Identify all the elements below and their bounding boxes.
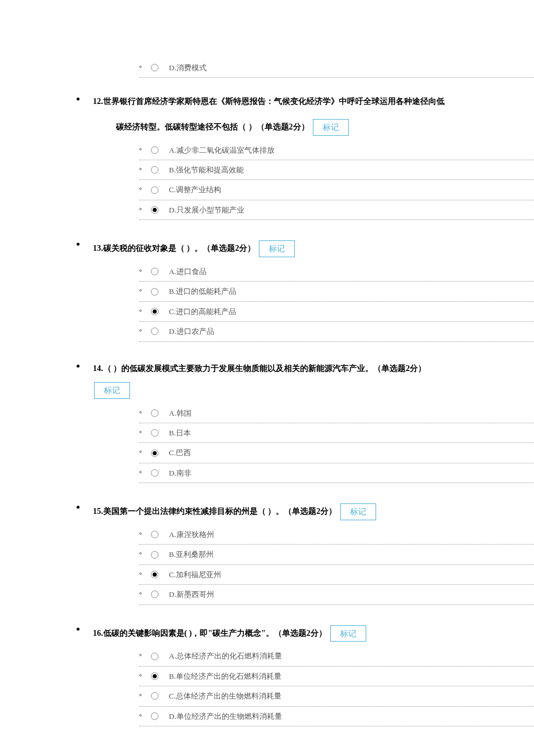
radio-icon[interactable] xyxy=(151,571,158,578)
option-item[interactable]: A.进口食品 xyxy=(139,262,534,282)
question-item: 14.（ ）的低碳发展模式主要致力于发展生物质能以及相关的新能源汽车产业。（单选… xyxy=(0,362,534,484)
question-text-line2: 碳经济转型。低碳转型途径不包括（ ）（单选题2分） xyxy=(116,121,309,134)
list-bullet-icon xyxy=(139,66,142,68)
radio-icon[interactable] xyxy=(151,146,158,154)
option-item[interactable]: D.只发展小型节能产业 xyxy=(139,200,534,220)
option-item[interactable]: A.总体经济产出的化石燃料消耗量 xyxy=(139,646,534,666)
options-list: A.进口食品B.进口的低能耗产品C.进口的高能耗产品D.进口农产品 xyxy=(139,262,534,342)
question-text-line1: 12.世界银行首席经济学家斯特恩在《斯特恩报告：气候变化经济学》中呼吁全球运用各… xyxy=(93,95,532,108)
mark-badge[interactable]: 标记 xyxy=(330,625,366,642)
option-item[interactable]: C.进口的高能耗产品 xyxy=(139,302,534,322)
bullet-icon xyxy=(77,506,80,509)
option-item[interactable]: C.总体经济产出的生物燃料消耗量 xyxy=(139,686,534,706)
question-list: 12.世界银行首席经济学家斯特恩在《斯特恩报告：气候变化经济学》中呼吁全球运用各… xyxy=(0,95,534,726)
option-item[interactable]: B.强化节能和提高效能 xyxy=(139,160,534,180)
list-bullet-icon xyxy=(139,552,142,555)
option-item[interactable]: D.单位经济产出的生物燃料消耗量 xyxy=(139,707,534,726)
bullet-icon xyxy=(77,365,80,368)
question-item: 12.世界银行首席经济学家斯特恩在《斯特恩报告：气候变化经济学》中呼吁全球运用各… xyxy=(0,95,534,220)
option-label: B.强化节能和提高效能 xyxy=(169,163,244,177)
option-label: B.日本 xyxy=(169,426,191,440)
option-label: A.韩国 xyxy=(169,406,192,420)
radio-icon[interactable] xyxy=(151,327,158,335)
mark-badge[interactable]: 标记 xyxy=(259,240,295,257)
question-item: 13.碳关税的征收对象是（ ）。（单选题2分）标记A.进口食品B.进口的低能耗产… xyxy=(0,240,534,341)
option-label: C.调整产业结构 xyxy=(169,183,221,196)
mark-badge[interactable]: 标记 xyxy=(313,119,349,136)
radio-icon[interactable] xyxy=(151,268,158,275)
radio-icon[interactable] xyxy=(151,288,158,296)
option-item[interactable]: D.新墨西哥州 xyxy=(139,585,534,604)
option-label: D.新墨西哥州 xyxy=(169,588,214,601)
option-label: D.只发展小型节能产业 xyxy=(169,203,244,217)
question-text: 13.碳关税的征收对象是（ ）。（单选题2分） xyxy=(93,242,255,255)
option-label: A.进口食品 xyxy=(169,265,207,278)
radio-icon[interactable] xyxy=(151,469,158,477)
list-bullet-icon xyxy=(139,289,142,291)
list-bullet-icon xyxy=(139,329,142,332)
radio-icon[interactable] xyxy=(151,672,158,680)
option-label: A.康涅狄格州 xyxy=(169,528,214,541)
radio-icon[interactable] xyxy=(151,591,158,598)
list-bullet-icon xyxy=(139,148,142,150)
option-label: B.单位经济产出的化石燃料消耗量 xyxy=(169,669,282,683)
option-label: C.巴西 xyxy=(169,446,191,459)
list-bullet-icon xyxy=(139,269,142,272)
option-item[interactable]: C.调整产业结构 xyxy=(139,180,534,200)
radio-icon[interactable] xyxy=(151,712,158,720)
question-header: 13.碳关税的征收对象是（ ）。（单选题2分）标记 xyxy=(93,240,534,257)
radio-icon[interactable] xyxy=(151,449,158,457)
option-item[interactable]: A.康涅狄格州 xyxy=(139,525,534,545)
question-item: 16.低碳的关键影响因素是( )，即"碳生产力概念"。（单选题2分）标记A.总体… xyxy=(0,625,534,726)
question-item: 15.美国第一个提出法律约束性减排目标的州是（ ）。（单选题2分）标记A.康涅狄… xyxy=(0,503,534,604)
option-item[interactable]: A.韩国 xyxy=(139,404,534,423)
option-item[interactable]: C.巴西 xyxy=(139,443,534,463)
list-bullet-icon xyxy=(139,694,142,696)
option-item[interactable]: B.亚利桑那州 xyxy=(139,545,534,564)
radio-icon[interactable] xyxy=(151,206,158,214)
radio-icon[interactable] xyxy=(151,531,158,538)
list-bullet-icon xyxy=(139,532,142,535)
options-list: A.韩国B.日本C.巴西D.南非 xyxy=(139,404,534,484)
radio-icon[interactable] xyxy=(151,186,158,194)
list-bullet-icon xyxy=(139,309,142,312)
option-item[interactable]: D.南非 xyxy=(139,463,534,483)
option-d-orphan[interactable]: D.消费模式 xyxy=(139,58,534,78)
list-bullet-icon xyxy=(139,168,142,170)
option-item[interactable]: D.进口农产品 xyxy=(139,322,534,341)
radio-icon[interactable] xyxy=(151,653,158,660)
radio-icon[interactable] xyxy=(151,551,158,559)
option-item[interactable]: B.日本 xyxy=(139,423,534,443)
mark-badge[interactable]: 标记 xyxy=(94,382,130,399)
option-item[interactable]: C.加利福尼亚州 xyxy=(139,565,534,585)
option-item[interactable]: B.进口的低能耗产品 xyxy=(139,282,534,301)
radio-icon[interactable] xyxy=(151,692,158,700)
list-bullet-icon xyxy=(139,471,142,473)
options-list: A.减少非二氧化碳温室气体排放B.强化节能和提高效能C.调整产业结构D.只发展小… xyxy=(139,141,534,221)
radio-icon[interactable] xyxy=(151,429,158,437)
question-text: 14.（ ）的低碳发展模式主要致力于发展生物质能以及相关的新能源汽车产业。（单选… xyxy=(93,362,426,375)
option-label: C.进口的高能耗产品 xyxy=(169,305,236,318)
bullet-icon xyxy=(77,628,80,631)
radio-icon[interactable] xyxy=(151,166,158,174)
radio-icon[interactable] xyxy=(151,308,158,315)
question-header: 12.世界银行首席经济学家斯特恩在《斯特恩报告：气候变化经济学》中呼吁全球运用各… xyxy=(93,95,534,135)
list-bullet-icon xyxy=(139,188,142,190)
option-label: D.单位经济产出的生物燃料消耗量 xyxy=(169,710,282,723)
radio-icon[interactable] xyxy=(151,409,158,417)
list-bullet-icon xyxy=(139,431,142,433)
options-list: A.康涅狄格州B.亚利桑那州C.加利福尼亚州D.新墨西哥州 xyxy=(139,525,534,605)
mark-badge[interactable]: 标记 xyxy=(340,503,376,520)
options-list: A.总体经济产出的化石燃料消耗量B.单位经济产出的化石燃料消耗量C.总体经济产出… xyxy=(139,646,534,726)
option-label: C.总体经济产出的生物燃料消耗量 xyxy=(169,689,282,703)
option-label: B.亚利桑那州 xyxy=(169,548,214,561)
bullet-icon xyxy=(77,243,80,246)
option-label: D.南非 xyxy=(169,466,192,480)
option-item[interactable]: B.单位经济产出的化石燃料消耗量 xyxy=(139,667,534,686)
radio-icon[interactable] xyxy=(151,64,158,71)
question-header: 15.美国第一个提出法律约束性减排目标的州是（ ）。（单选题2分）标记 xyxy=(93,503,534,520)
list-bullet-icon xyxy=(139,411,142,413)
question-header: 16.低碳的关键影响因素是( )，即"碳生产力概念"。（单选题2分）标记 xyxy=(93,625,534,642)
list-bullet-icon xyxy=(139,573,142,575)
option-item[interactable]: A.减少非二氧化碳温室气体排放 xyxy=(139,141,534,160)
